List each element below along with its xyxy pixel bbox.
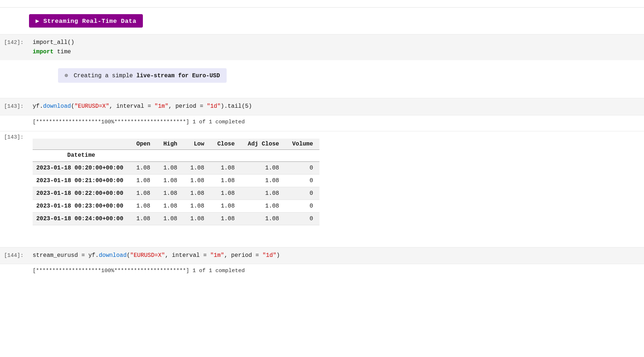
eq2-144: =: [256, 252, 259, 259]
comma-interval: , interval: [109, 103, 148, 110]
interval-val: "1m": [151, 103, 168, 110]
td-low-5: 1.08: [184, 212, 211, 225]
td-open-4: 1.08: [130, 200, 157, 212]
td-high-3: 1.08: [157, 187, 183, 200]
cell-143-table-row: [143]: Open High Low Close Adj Close Vol…: [0, 131, 644, 233]
td-datetime-5: 2023-01-18 00:24:00+00:00: [33, 212, 130, 225]
progress-text-143: [********************100%***************…: [33, 119, 245, 125]
th-adj-close: Adj Close: [241, 139, 285, 150]
cell-143-table-number: [143]:: [0, 131, 29, 140]
comma-period: , period: [169, 103, 200, 110]
cell-143-output-content: [********************100%***************…: [29, 115, 644, 131]
close-paren-144: ): [276, 252, 280, 259]
download-method: download: [43, 103, 71, 110]
eq2: =: [200, 103, 203, 110]
table-row: 2023-01-18 00:23:00+00:00 1.08 1.08 1.08…: [33, 200, 319, 212]
td-low-1: 1.08: [184, 161, 211, 174]
progress-line-143: [********************100%***************…: [33, 119, 633, 125]
th-high: High: [157, 139, 183, 150]
cell-142-number: [142]:: [0, 34, 29, 46]
td-adj-close-4: 1.08: [241, 200, 285, 212]
td-low-2: 1.08: [184, 174, 211, 187]
cell-143-table-content: Open High Low Close Adj Close Volume Dat…: [29, 131, 644, 233]
close-tail: ).tail(5): [221, 103, 252, 110]
spacer-1: [0, 91, 644, 98]
td-adj-close-5: 1.08: [241, 212, 285, 225]
td-volume-2: 0: [286, 174, 320, 187]
td-high-2: 1.08: [157, 174, 183, 187]
td-datetime-4: 2023-01-18 00:23:00+00:00: [33, 200, 130, 212]
cell-143-input-content: yf.download("EURUSD=X", interval = "1m",…: [29, 98, 644, 115]
info-row: ⊛ Creating a simple live-stream for Euro…: [0, 60, 644, 91]
td-high-1: 1.08: [157, 161, 183, 174]
table-body: 2023-01-18 00:20:00+00:00 1.08 1.08 1.08…: [33, 161, 319, 225]
section-badge: ▶ Streaming Real-Time Data: [29, 14, 143, 28]
td-low-4: 1.08: [184, 200, 211, 212]
cell-144-input-number: [144]:: [0, 247, 29, 259]
data-table-143: Open High Low Close Adj Close Volume Dat…: [33, 139, 319, 225]
cell-144-input-content: stream_eurusd = yf.download("EURUSD=X", …: [29, 247, 644, 264]
td-adj-close-3: 1.08: [241, 187, 285, 200]
progress-line-144: [********************100%***************…: [33, 268, 633, 274]
td-volume-1: 0: [286, 161, 320, 174]
cell-142-content: import_all() import time: [29, 34, 644, 60]
symbol-string: "EURUSD=X": [74, 103, 109, 110]
td-close-4: 1.08: [211, 200, 241, 212]
td-datetime-2: 2023-01-18 00:21:00+00:00: [33, 174, 130, 187]
import-keyword: import: [33, 49, 54, 55]
td-high-5: 1.08: [157, 212, 183, 225]
td-volume-4: 0: [286, 200, 320, 212]
info-text-prefix: Creating a simple: [70, 73, 136, 79]
td-open-1: 1.08: [130, 161, 157, 174]
cell-144-output-row: [********************100%***************…: [0, 264, 644, 280]
td-adj-close-1: 1.08: [241, 161, 285, 174]
td-open-3: 1.08: [130, 187, 157, 200]
table-row: 2023-01-18 00:21:00+00:00 1.08 1.08 1.08…: [33, 174, 319, 187]
table-header-row: Open High Low Close Adj Close Volume: [33, 139, 319, 150]
table-subheader-row: Datetime: [33, 149, 319, 161]
yf-prefix: yf.: [33, 103, 43, 110]
table-row: 2023-01-18 00:22:00+00:00 1.08 1.08 1.08…: [33, 187, 319, 200]
td-close-2: 1.08: [211, 174, 241, 187]
cell-143-output-row: [********************100%***************…: [0, 115, 644, 131]
td-close-1: 1.08: [211, 161, 241, 174]
cell-142-line1: import_all(): [33, 38, 633, 48]
cell-144-output-content: [********************100%***************…: [29, 264, 644, 280]
td-low-3: 1.08: [184, 187, 211, 200]
th-volume: Volume: [286, 139, 320, 150]
comma-period-144: , period: [224, 252, 255, 259]
symbol-string-144: "EURUSD=X": [130, 252, 165, 259]
th-empty-span: [130, 149, 319, 161]
cell-142-line2: import time: [33, 48, 633, 57]
td-datetime-3: 2023-01-18 00:22:00+00:00: [33, 187, 130, 200]
th-low: Low: [184, 139, 211, 150]
cell-144-output-number: [0, 264, 29, 269]
td-open-5: 1.08: [130, 212, 157, 225]
info-box: ⊛ Creating a simple live-stream for Euro…: [58, 68, 227, 83]
table-row: 2023-01-18 00:24:00+00:00 1.08 1.08 1.08…: [33, 212, 319, 225]
td-volume-3: 0: [286, 187, 320, 200]
td-volume-5: 0: [286, 212, 320, 225]
open-paren: (: [71, 103, 75, 110]
cell-143-input-row: [143]: yf.download("EURUSD=X", interval …: [0, 98, 644, 115]
import-all-call: import_all(): [33, 39, 74, 46]
cell-143-output-number: [0, 115, 29, 119]
td-high-4: 1.08: [157, 200, 183, 212]
spacer-3: [0, 240, 644, 247]
globe-icon: ⊛: [65, 73, 68, 79]
cell-144-input-row: [144]: stream_eurusd = yf.download("EURU…: [0, 247, 644, 264]
th-close: Close: [211, 139, 241, 150]
td-close-5: 1.08: [211, 212, 241, 225]
interval-val-144: "1m": [207, 252, 224, 259]
th-datetime-subheader: Datetime: [33, 149, 130, 161]
td-open-2: 1.08: [130, 174, 157, 187]
open-paren-144: (: [127, 252, 130, 259]
period-val: "1d": [203, 103, 221, 110]
td-datetime-1: 2023-01-18 00:20:00+00:00: [33, 161, 130, 174]
cell-142-row: [142]: import_all() import time: [0, 34, 644, 60]
comma-interval-144: , interval: [165, 252, 203, 259]
download-method-144: download: [99, 252, 127, 259]
stream-prefix: stream_eurusd = yf.: [33, 252, 99, 259]
cell-143-input-number: [143]:: [0, 98, 29, 110]
spacer-2: [0, 233, 644, 240]
